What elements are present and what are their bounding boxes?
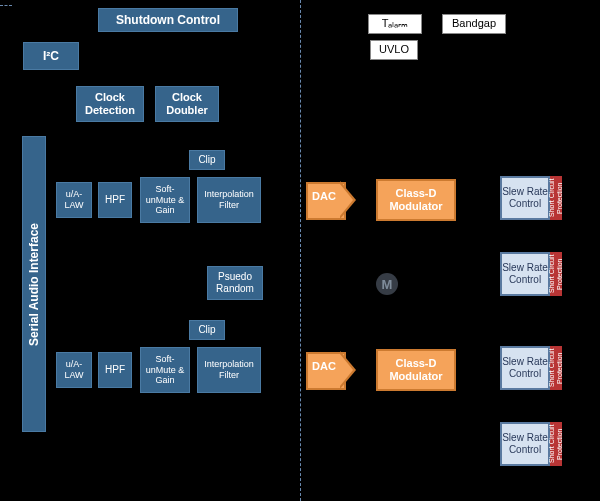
pseudo-random-block: Psuedo Random <box>207 266 263 300</box>
short-circuit-strip-4: Short Circuit Protection <box>550 422 562 466</box>
interp-filter-block-1: Interpolation Filter <box>197 177 261 223</box>
dac-label-2: DAC <box>312 360 336 372</box>
dac-arrow-1 <box>340 184 353 216</box>
short-circuit-strip-1: Short Circuit Protection <box>550 176 562 220</box>
interp-filter-block-2: Interpolation Filter <box>197 347 261 393</box>
sai-label: Serial Audio Interface <box>27 223 41 346</box>
soft-unmute-block-2: Soft-unMute & Gain <box>140 347 190 393</box>
uvlo-block: UVLO <box>370 40 418 60</box>
short-circuit-strip-3: Short Circuit Protection <box>550 346 562 390</box>
clip-block-2: Clip <box>189 320 225 340</box>
dac-arrow-2 <box>340 354 353 386</box>
ua-law-block-2: u/A-LAW <box>56 352 92 388</box>
center-divider <box>300 0 301 501</box>
slew-rate-block-1: Slew Rate Control <box>500 176 550 220</box>
t-alarm-block: Tₐₗₐᵣₘ <box>368 14 422 34</box>
ua-law-block-1: u/A-LAW <box>56 182 92 218</box>
soft-unmute-block-1: Soft-unMute & Gain <box>140 177 190 223</box>
hpf-block-2: HPF <box>98 352 132 388</box>
classd-block-1: Class-D Modulator <box>376 179 456 221</box>
i2c-block: I²C <box>23 42 79 70</box>
slew-rate-block-3: Slew Rate Control <box>500 346 550 390</box>
classd-block-2: Class-D Modulator <box>376 349 456 391</box>
clock-detection-block: Clock Detection <box>76 86 144 122</box>
slew-rate-block-2: Slew Rate Control <box>500 252 550 296</box>
clock-doubler-block: Clock Doubler <box>155 86 219 122</box>
bandgap-block: Bandgap <box>442 14 506 34</box>
dac-label-1: DAC <box>312 190 336 202</box>
shutdown-control-block: Shutdown Control <box>98 8 238 32</box>
hpf-block-1: HPF <box>98 182 132 218</box>
clip-block-1: Clip <box>189 150 225 170</box>
left-dash-1 <box>0 5 12 6</box>
slew-rate-block-4: Slew Rate Control <box>500 422 550 466</box>
serial-audio-interface-block: Serial Audio Interface <box>22 136 46 432</box>
short-circuit-strip-2: Short Circuit Protection <box>550 252 562 296</box>
watermark-icon: M <box>376 273 398 295</box>
